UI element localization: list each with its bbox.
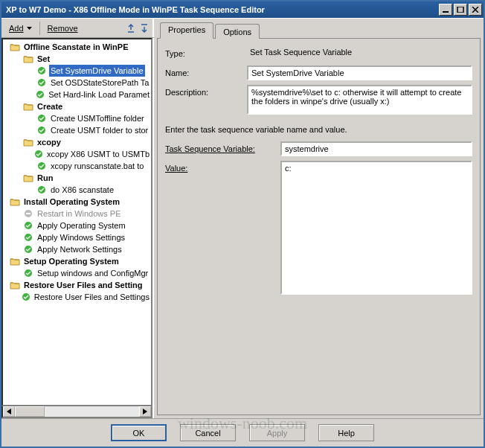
help-button[interactable]: Help bbox=[318, 424, 374, 441]
tab-options[interactable]: Options bbox=[215, 24, 260, 39]
type-label: Type: bbox=[165, 46, 247, 58]
remove-button[interactable]: Remove bbox=[43, 22, 83, 34]
tree-item-label: xcopy bbox=[36, 136, 62, 148]
step-ok-icon bbox=[36, 161, 48, 171]
scroll-left-button[interactable] bbox=[3, 406, 15, 417]
close-button[interactable] bbox=[469, 4, 482, 16]
minimize-button[interactable] bbox=[439, 4, 452, 16]
task-sequence-tree[interactable]: Offline Scanstate in WinPESetSet SystemD… bbox=[1, 38, 152, 406]
description-label: Description: bbox=[165, 85, 247, 97]
tree-group[interactable]: Run bbox=[3, 172, 151, 184]
tree-item-label: Setup Operating System bbox=[22, 255, 121, 267]
name-input[interactable] bbox=[247, 65, 472, 80]
tree-item-label: Set SystemDrive Variable bbox=[49, 65, 145, 77]
tree-item-label: Run bbox=[36, 172, 54, 184]
tree-item-label: Setup windows and ConfigMgr bbox=[36, 267, 150, 279]
window-title: XP to W7 Demo - X86 Offline Mode in WinP… bbox=[6, 5, 437, 14]
toolbar-separator bbox=[39, 22, 40, 35]
apply-button[interactable]: Apply bbox=[249, 424, 305, 441]
left-panel: Add Remove Offline Scanstate in WinPESet… bbox=[1, 19, 154, 418]
tree-item-label: Install Operating System bbox=[22, 196, 121, 208]
svg-marker-21 bbox=[143, 409, 147, 415]
step-ok-icon bbox=[36, 185, 48, 195]
folder-icon bbox=[22, 101, 34, 112]
tree-group[interactable]: Create bbox=[3, 100, 151, 112]
tree-item-label: xcopy X86 USMT to USMTb bbox=[45, 148, 151, 160]
scroll-right-button[interactable] bbox=[139, 406, 151, 417]
tree-item-label: Create USMToffline folder bbox=[49, 112, 146, 124]
folder-icon bbox=[9, 42, 21, 52]
tree-item-label: do X86 scanstate bbox=[49, 184, 115, 196]
move-down-button[interactable] bbox=[138, 22, 151, 35]
move-up-button[interactable] bbox=[124, 22, 138, 35]
step-disabled-icon bbox=[22, 208, 34, 219]
tab-bar: Properties Options bbox=[157, 22, 481, 39]
add-button[interactable]: Add bbox=[4, 22, 36, 34]
tree-step[interactable]: Apply Network Settings bbox=[3, 243, 151, 255]
variable-input[interactable] bbox=[280, 141, 472, 156]
step-ok-icon bbox=[36, 65, 48, 76]
ok-button[interactable]: OK bbox=[111, 424, 167, 441]
task-sequence-editor-window: XP to W7 Demo - X86 Offline Mode in WinP… bbox=[0, 0, 485, 448]
folder-icon bbox=[22, 54, 34, 64]
step-ok-icon bbox=[22, 244, 34, 255]
tab-properties[interactable]: Properties bbox=[160, 22, 213, 39]
tree-group[interactable]: Setup Operating System bbox=[3, 255, 151, 267]
value-label: Value: bbox=[165, 161, 280, 173]
cancel-button[interactable]: Cancel bbox=[180, 424, 236, 441]
properties-panel: Properties Options Type: Set Task Sequen… bbox=[154, 19, 484, 418]
variable-label: Task Sequence Variable: bbox=[165, 141, 280, 153]
step-ok-icon bbox=[22, 268, 34, 278]
tree-item-label: Set bbox=[36, 53, 51, 65]
tree-item-label: Restore User Files and Setting bbox=[22, 279, 144, 291]
name-label: Name: bbox=[165, 65, 247, 77]
tree-step[interactable]: Restart in Windows PE bbox=[3, 208, 151, 220]
tree-item-label: Restore User Files and Settings bbox=[33, 291, 151, 303]
step-ok-icon bbox=[36, 125, 48, 135]
description-input[interactable]: %systemdrive%\set to c: otherwise it wil… bbox=[247, 85, 472, 115]
scroll-thumb[interactable] bbox=[15, 406, 45, 417]
value-input[interactable]: c: bbox=[280, 161, 472, 295]
step-ok-icon bbox=[34, 89, 45, 100]
toolbar: Add Remove bbox=[1, 19, 154, 38]
tree-step[interactable]: xcopy X86 USMT to USMTb bbox=[3, 148, 151, 160]
tree-item-label: Create bbox=[36, 100, 64, 112]
svg-rect-1 bbox=[457, 7, 463, 13]
tree-step[interactable]: Apply Operating System bbox=[3, 220, 151, 231]
tree-group[interactable]: Offline Scanstate in WinPE bbox=[3, 41, 151, 53]
step-ok-icon bbox=[22, 220, 34, 231]
properties-tab-page: Type: Set Task Sequence Variable Name: D… bbox=[157, 38, 481, 415]
folder-icon bbox=[9, 256, 21, 266]
tree-item-label: Offline Scanstate in WinPE bbox=[22, 41, 129, 53]
tree-step[interactable]: xcopy runscanstate.bat to bbox=[3, 160, 151, 172]
tree-group[interactable]: Install Operating System bbox=[3, 196, 151, 208]
tree-step[interactable]: Set Hard-link Load Paramet bbox=[3, 89, 151, 100]
step-ok-icon bbox=[22, 232, 34, 243]
titlebar: XP to W7 Demo - X86 Offline Mode in WinP… bbox=[1, 1, 484, 18]
variable-hint: Enter the task sequence variable name an… bbox=[165, 125, 472, 134]
tree-step[interactable]: Set OSDStateStorePath Ta bbox=[3, 77, 151, 89]
folder-icon bbox=[9, 280, 21, 290]
tree-step[interactable]: Create USMToffline folder bbox=[3, 112, 151, 124]
maximize-button[interactable] bbox=[454, 4, 467, 16]
tree-step[interactable]: Restore User Files and Settings bbox=[3, 291, 151, 303]
tree-group[interactable]: Restore User Files and Setting bbox=[3, 279, 151, 291]
svg-marker-4 bbox=[27, 27, 32, 30]
tree-step[interactable]: Set SystemDrive Variable bbox=[3, 65, 151, 77]
tree-group[interactable]: Set bbox=[3, 53, 151, 65]
horizontal-scrollbar[interactable] bbox=[1, 406, 152, 418]
tree-item-label: Apply Windows Settings bbox=[36, 231, 126, 243]
tree-step[interactable]: do X86 scanstate bbox=[3, 184, 151, 196]
dropdown-icon bbox=[27, 27, 32, 30]
type-value: Set Task Sequence Variable bbox=[247, 46, 472, 61]
tree-item-label: xcopy runscanstate.bat to bbox=[49, 160, 145, 172]
step-ok-icon bbox=[36, 77, 48, 88]
tree-item-label: Restart in Windows PE bbox=[36, 208, 122, 220]
step-ok-icon bbox=[36, 113, 48, 124]
tree-item-label: Apply Operating System bbox=[36, 220, 127, 231]
tree-step[interactable]: Apply Windows Settings bbox=[3, 231, 151, 243]
svg-marker-20 bbox=[7, 409, 11, 415]
tree-step[interactable]: Setup windows and ConfigMgr bbox=[3, 267, 151, 279]
tree-step[interactable]: Create USMT folder to stor bbox=[3, 124, 151, 136]
tree-group[interactable]: xcopy bbox=[3, 136, 151, 148]
